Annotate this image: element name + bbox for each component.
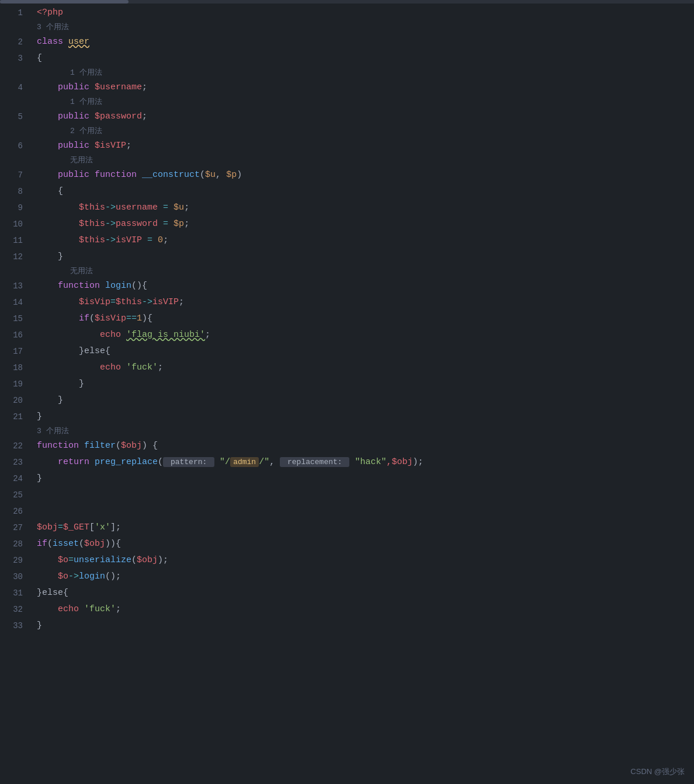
line-num-29: 29 — [0, 552, 32, 569]
code-line-24: 24 } — [0, 471, 694, 487]
token: -> — [105, 219, 116, 229]
line-num-21: 21 — [0, 409, 32, 425]
token: isVIP — [116, 235, 142, 245]
token: ; — [116, 522, 121, 532]
token: if — [37, 539, 47, 549]
token: } — [37, 252, 63, 262]
token: ( — [116, 441, 121, 451]
code-line-10: 10 $this->password = $p; — [0, 216, 694, 232]
token: $this — [37, 203, 105, 212]
token: $obj — [84, 539, 105, 549]
line-content-21: } — [32, 409, 694, 425]
token: ; — [179, 297, 184, 307]
token: ) — [237, 170, 242, 180]
token: } — [37, 412, 42, 421]
code-line-20: 20 } — [0, 392, 694, 409]
code-line-4: 4 public $username; — [0, 79, 694, 96]
token: function — [37, 281, 105, 291]
line-content-4: public $username; — [32, 79, 694, 96]
token: 'x' — [95, 522, 110, 532]
token: return — [37, 457, 95, 467]
token: $o — [37, 572, 68, 581]
token: login — [79, 572, 105, 581]
line-content-27: $obj=$_GET['x']; — [32, 520, 694, 536]
code-line-23: 23 return preg_replace( pattern: "/admin… — [0, 454, 694, 471]
token: $username — [95, 82, 142, 92]
code-line-30: 30 $o->login(); — [0, 569, 694, 585]
line-content-22: function filter($obj) { — [32, 438, 694, 454]
token: ; — [205, 330, 210, 340]
token: echo — [37, 604, 79, 614]
token: ) { — [142, 441, 158, 451]
token: )){ — [105, 539, 121, 549]
token: isset — [53, 539, 79, 549]
code-line-3: 3 { — [0, 50, 694, 67]
line-content-15: if($isVip==1){ — [32, 311, 694, 327]
token: 'fuck' — [84, 604, 116, 614]
token: } — [37, 621, 42, 630]
token: ] — [110, 522, 116, 532]
token: $_GET — [63, 522, 89, 532]
line-content-30: $o->login(); — [32, 569, 694, 585]
code-line-16: 16 echo 'flag is niubi'; — [0, 327, 694, 343]
code-line-31: 31 }else{ — [0, 585, 694, 601]
token: public — [37, 170, 95, 180]
line-content-6: public $isVIP; — [32, 138, 694, 154]
code-line-28: 28 if(isset($obj)){ — [0, 536, 694, 552]
line-num-6: 6 — [0, 138, 32, 154]
token: ; — [142, 82, 147, 92]
token: , — [269, 457, 280, 467]
token: $this — [116, 297, 142, 307]
token — [121, 363, 126, 372]
line-content-31: }else{ — [32, 585, 694, 601]
token — [158, 203, 163, 212]
token: ( — [158, 457, 163, 467]
token: password — [116, 219, 158, 229]
token: $obj — [37, 522, 58, 532]
token: __construct — [142, 170, 200, 180]
line-num-14: 14 — [0, 294, 32, 311]
token: ); — [158, 555, 168, 565]
code-line-13: 13 function login(){ — [0, 278, 694, 294]
line-content-7: public function __construct($u, $p) — [32, 167, 694, 183]
line-content-14: $isVip=$this->isVIP; — [32, 294, 694, 311]
line-num-10: 10 — [0, 216, 32, 232]
line-num-28: 28 — [0, 536, 32, 552]
token: function — [37, 441, 84, 451]
code-line-8: 8 { — [0, 183, 694, 200]
code-line-6: 6 public $isVIP; — [0, 138, 694, 154]
token: <?php — [37, 8, 63, 18]
token: echo — [37, 363, 121, 372]
code-line-5: 5 public $password; — [0, 109, 694, 125]
token: $this — [37, 235, 105, 245]
hint-before-4: 1 个用法 — [0, 67, 694, 79]
line-num-18: 18 — [0, 360, 32, 376]
line-content-28: if(isset($obj)){ — [32, 536, 694, 552]
code-line-17: 17 }else{ — [0, 343, 694, 360]
hint-before-22: 3 个用法 — [0, 425, 694, 438]
token: $o — [37, 555, 68, 565]
watermark: CSDN @强少张 — [630, 766, 685, 777]
line-content-33: } — [32, 618, 694, 634]
token: "hack" — [355, 457, 386, 467]
token: ( — [47, 539, 53, 549]
token: = — [163, 219, 168, 229]
line-content-9: $this->username = $u; — [32, 200, 694, 216]
token: = — [58, 522, 63, 532]
line-content-8: { — [32, 183, 694, 200]
token: echo — [37, 330, 121, 340]
line-num-32: 32 — [0, 601, 32, 618]
code-line-27: 27 $obj=$_GET['x']; — [0, 520, 694, 536]
token: class — [37, 37, 63, 47]
token: = — [163, 203, 168, 212]
scrollbar[interactable] — [0, 0, 694, 4]
code-line-18: 18 echo 'fuck'; — [0, 360, 694, 376]
hint-before-6: 2 个用法 — [0, 125, 694, 138]
line-num-31: 31 — [0, 585, 32, 601]
line-content-3: { — [32, 50, 694, 67]
code-line-33: 33 } — [0, 618, 694, 634]
token: $obj — [121, 441, 142, 451]
token: ; — [142, 111, 147, 121]
token: $isVip — [37, 297, 110, 307]
code-line-7: 7 public function __construct($u, $p) — [0, 167, 694, 183]
